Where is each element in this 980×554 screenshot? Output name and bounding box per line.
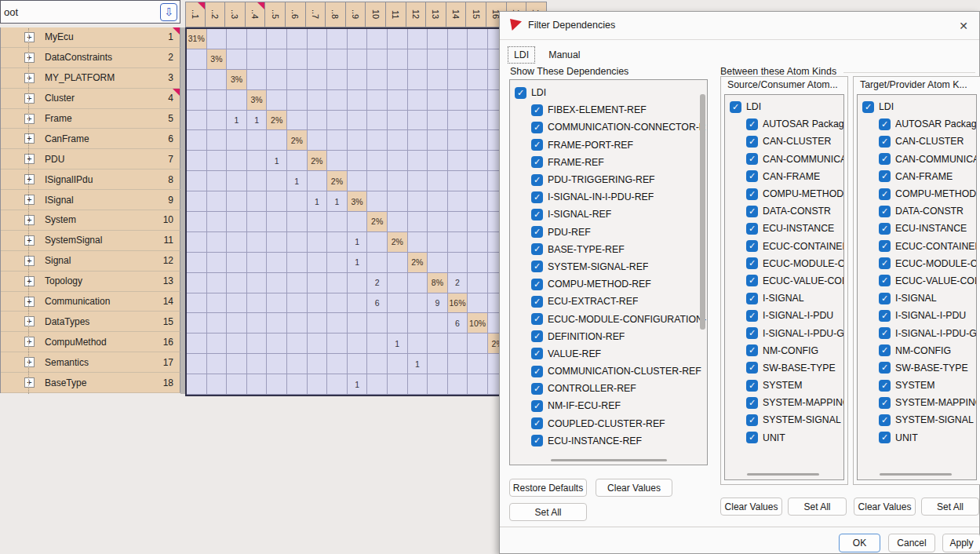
- checkbox-item[interactable]: ✓I-SIGNAL-REF: [510, 206, 707, 223]
- checkbox-item[interactable]: ✓ECU-INSTANCE: [725, 220, 843, 237]
- checkbox-checked-icon[interactable]: ✓: [531, 174, 543, 186]
- checkbox-checked-icon[interactable]: ✓: [746, 310, 758, 322]
- checkbox-item[interactable]: ✓COMPU-METHOD-REF: [510, 275, 707, 293]
- matrix-col-header[interactable]: ..2: [206, 2, 226, 27]
- matrix-cell[interactable]: [267, 191, 287, 212]
- matrix-cell[interactable]: [227, 171, 247, 191]
- matrix-cell[interactable]: [287, 293, 308, 314]
- matrix-cell[interactable]: [348, 90, 368, 111]
- matrix-cell[interactable]: [367, 354, 388, 374]
- checkbox-checked-icon[interactable]: ✓: [730, 101, 741, 113]
- matrix-cell[interactable]: [448, 171, 468, 191]
- matrix-cell[interactable]: [207, 333, 228, 354]
- matrix-cell[interactable]: [187, 293, 207, 314]
- expand-icon[interactable]: +: [24, 73, 35, 83]
- checkbox-checked-icon[interactable]: ✓: [879, 344, 891, 356]
- matrix-cell[interactable]: [448, 90, 468, 111]
- matrix-cell[interactable]: [327, 29, 348, 49]
- matrix-cell[interactable]: [308, 70, 328, 90]
- horizontal-scrollbar-thumb[interactable]: [880, 473, 952, 476]
- matrix-cell[interactable]: [468, 374, 488, 395]
- matrix-cell[interactable]: [327, 333, 348, 354]
- checkbox-checked-icon[interactable]: ✓: [531, 104, 543, 116]
- matrix-cell[interactable]: [468, 212, 488, 232]
- matrix-cell[interactable]: [227, 130, 247, 151]
- matrix-cell[interactable]: [327, 313, 348, 333]
- matrix-cell[interactable]: [308, 171, 328, 191]
- matrix-cell[interactable]: [247, 232, 268, 253]
- matrix-col-header[interactable]: 11: [386, 2, 406, 27]
- checkbox-item[interactable]: ✓ECUC-VALUE-COLLEC: [725, 272, 843, 290]
- matrix-cell[interactable]: [327, 90, 348, 111]
- scope-dropdown-button[interactable]: ⇩: [160, 3, 177, 21]
- checkbox-item[interactable]: ✓LDI: [510, 84, 707, 101]
- matrix-cell[interactable]: [207, 293, 228, 314]
- matrix-cell[interactable]: [327, 49, 348, 70]
- matrix-cell[interactable]: [267, 374, 287, 395]
- matrix-cell[interactable]: [187, 171, 207, 191]
- matrix-cell[interactable]: [187, 354, 207, 374]
- matrix-cell[interactable]: [367, 232, 388, 253]
- matrix-cell[interactable]: [227, 232, 247, 253]
- matrix-cell[interactable]: [287, 354, 308, 374]
- matrix-cell[interactable]: [388, 90, 408, 111]
- checkbox-checked-icon[interactable]: ✓: [746, 240, 758, 252]
- matrix-cell[interactable]: [187, 253, 207, 273]
- matrix-cell[interactable]: [468, 293, 488, 314]
- matrix-cell[interactable]: [428, 49, 448, 70]
- matrix-cell[interactable]: [227, 212, 247, 232]
- matrix-col-header[interactable]: 14: [446, 2, 467, 27]
- checkbox-item[interactable]: ✓LDI: [858, 98, 976, 115]
- matrix-cell[interactable]: [408, 273, 428, 293]
- checkbox-checked-icon[interactable]: ✓: [531, 366, 543, 377]
- matrix-cell[interactable]: [408, 293, 428, 314]
- matrix-col-header[interactable]: ..8: [326, 2, 346, 27]
- matrix-cell[interactable]: [388, 49, 408, 70]
- expand-icon[interactable]: +: [24, 297, 35, 307]
- checkbox-item[interactable]: ✓ECUC-MODULE-CONFIGURATION-: [510, 310, 707, 327]
- matrix-cell[interactable]: [308, 130, 328, 151]
- matrix-cell[interactable]: [428, 313, 448, 333]
- matrix-cell[interactable]: [287, 49, 308, 70]
- tab-ldi[interactable]: LDI: [508, 46, 535, 64]
- matrix-cell[interactable]: 2%: [287, 130, 308, 151]
- matrix-col-header[interactable]: ..7: [306, 2, 326, 27]
- matrix-cell[interactable]: [247, 273, 268, 293]
- matrix-cell[interactable]: [308, 212, 328, 232]
- checkbox-checked-icon[interactable]: ✓: [531, 383, 543, 395]
- matrix-cell[interactable]: 1: [227, 111, 247, 131]
- matrix-cell[interactable]: [348, 293, 368, 314]
- matrix-cell[interactable]: [287, 313, 308, 333]
- matrix-cell[interactable]: [367, 111, 388, 131]
- expand-icon[interactable]: +: [24, 195, 35, 205]
- matrix-col-header[interactable]: 13: [426, 2, 446, 27]
- matrix-cell[interactable]: [408, 232, 428, 253]
- matrix-cell[interactable]: [308, 273, 328, 293]
- checkbox-checked-icon[interactable]: ✓: [746, 414, 758, 426]
- matrix-cell[interactable]: [408, 111, 428, 131]
- expand-icon[interactable]: +: [24, 93, 35, 104]
- close-icon[interactable]: ✕: [956, 18, 971, 34]
- checkbox-checked-icon[interactable]: ✓: [879, 275, 891, 286]
- expand-icon[interactable]: +: [24, 53, 35, 63]
- matrix-cell[interactable]: [267, 130, 287, 151]
- matrix-cell[interactable]: [448, 49, 468, 70]
- checkbox-item[interactable]: ✓DATA-CONSTR: [858, 202, 976, 220]
- checkbox-checked-icon[interactable]: ✓: [531, 209, 543, 221]
- matrix-cell[interactable]: [287, 333, 308, 354]
- matrix-cell[interactable]: [367, 70, 388, 90]
- checkbox-checked-icon[interactable]: ✓: [746, 432, 758, 443]
- matrix-cell[interactable]: [207, 151, 228, 171]
- matrix-cell[interactable]: [388, 273, 408, 293]
- matrix-cell[interactable]: [327, 111, 348, 131]
- matrix-cell[interactable]: [327, 273, 348, 293]
- checkbox-checked-icon[interactable]: ✓: [746, 188, 758, 200]
- matrix-cell[interactable]: [308, 333, 328, 354]
- matrix-cell[interactable]: [327, 374, 348, 395]
- matrix-cell[interactable]: 1: [327, 191, 348, 212]
- matrix-cell[interactable]: 6: [367, 293, 388, 314]
- matrix-cell[interactable]: [448, 212, 468, 232]
- matrix-cell[interactable]: 2: [367, 273, 388, 293]
- checkbox-checked-icon[interactable]: ✓: [746, 136, 758, 148]
- matrix-cell[interactable]: [227, 151, 247, 171]
